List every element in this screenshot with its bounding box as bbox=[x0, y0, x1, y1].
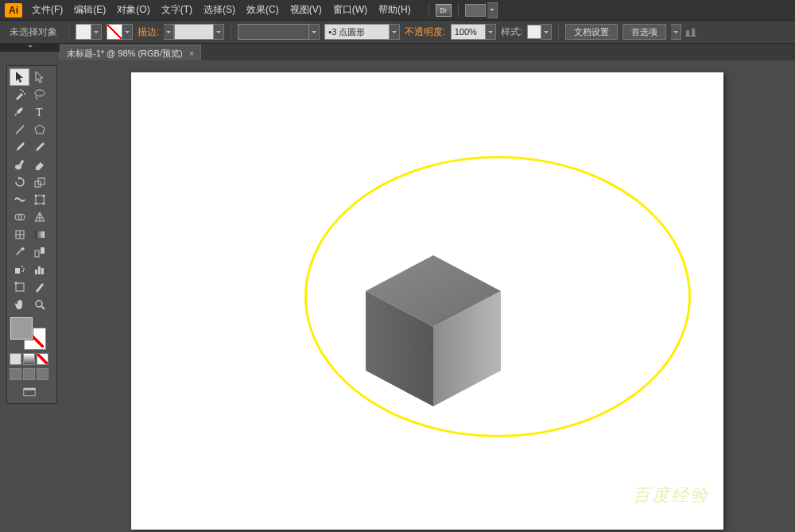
lasso-tool[interactable] bbox=[29, 86, 49, 103]
symbol-sprayer-tool[interactable] bbox=[10, 261, 29, 278]
draw-inside[interactable] bbox=[37, 368, 48, 380]
svg-rect-32 bbox=[38, 266, 41, 274]
stroke-weight-field[interactable] bbox=[174, 24, 214, 40]
svg-point-3 bbox=[22, 91, 24, 92]
variable-width-profile[interactable] bbox=[238, 24, 309, 40]
menu-window[interactable]: 窗口(W) bbox=[333, 3, 367, 17]
fill-swatch[interactable] bbox=[76, 24, 91, 40]
color-mode-gradient[interactable] bbox=[23, 353, 35, 365]
direct-selection-tool[interactable] bbox=[29, 68, 49, 86]
menu-file[interactable]: 文件(F) bbox=[32, 3, 63, 17]
fill-color-indicator[interactable] bbox=[10, 317, 33, 340]
preferences-button[interactable]: 首选项 bbox=[622, 24, 666, 40]
stroke-dropdown[interactable] bbox=[122, 24, 133, 40]
color-mode-none[interactable] bbox=[37, 353, 48, 365]
pencil-tool[interactable] bbox=[29, 138, 49, 156]
svg-line-38 bbox=[41, 306, 45, 309]
opacity-dropdown[interactable] bbox=[486, 24, 496, 40]
menu-help[interactable]: 帮助(H) bbox=[378, 3, 411, 17]
graphic-style-swatch[interactable] bbox=[527, 25, 541, 39]
close-tab-button[interactable]: × bbox=[189, 49, 194, 58]
perspective-grid-tool[interactable] bbox=[29, 208, 49, 226]
column-graph-tool[interactable] bbox=[29, 261, 49, 278]
selection-status: 未选择对象 bbox=[10, 25, 57, 39]
svg-point-28 bbox=[21, 266, 23, 267]
canvas-area[interactable]: 百度经验 bbox=[60, 60, 795, 532]
screen-mode-row bbox=[10, 368, 54, 380]
svg-rect-11 bbox=[19, 160, 24, 166]
screen-mode-button[interactable] bbox=[10, 383, 49, 401]
brush-dropdown[interactable] bbox=[390, 24, 400, 40]
arrange-documents-button[interactable] bbox=[465, 4, 486, 17]
blend-tool[interactable] bbox=[29, 243, 49, 261]
preferences-dropdown[interactable] bbox=[671, 24, 681, 40]
eraser-tool[interactable] bbox=[29, 156, 49, 173]
svg-rect-0 bbox=[686, 30, 689, 36]
slice-tool[interactable] bbox=[29, 278, 49, 296]
scale-tool[interactable] bbox=[29, 173, 49, 191]
width-tool[interactable] bbox=[10, 191, 29, 208]
menu-select[interactable]: 选择(S) bbox=[204, 3, 235, 17]
opacity-label: 不透明度: bbox=[405, 25, 445, 39]
svg-point-18 bbox=[42, 203, 45, 205]
color-mode-row bbox=[10, 353, 54, 365]
selection-tool[interactable] bbox=[10, 68, 29, 86]
svg-rect-31 bbox=[35, 270, 37, 274]
magic-wand-tool[interactable] bbox=[10, 86, 29, 103]
toolbox: T bbox=[6, 65, 57, 404]
brush-definition[interactable]: • 3 点圆形 bbox=[324, 24, 390, 40]
separator bbox=[231, 25, 231, 39]
cube-artwork bbox=[366, 255, 501, 406]
hand-tool[interactable] bbox=[10, 296, 29, 313]
fill-dropdown[interactable] bbox=[91, 24, 102, 40]
pen-tool[interactable] bbox=[10, 103, 29, 121]
fill-stroke-indicator[interactable] bbox=[10, 316, 49, 350]
style-label: 样式: bbox=[501, 25, 522, 39]
svg-line-8 bbox=[16, 126, 24, 134]
menu-effect[interactable]: 效果(C) bbox=[246, 3, 279, 17]
zoom-tool[interactable] bbox=[29, 296, 49, 313]
stroke-weight-dropdown[interactable] bbox=[214, 24, 224, 40]
variable-width-dropdown[interactable] bbox=[309, 24, 320, 40]
svg-text:T: T bbox=[36, 107, 43, 118]
paintbrush-tool[interactable] bbox=[10, 138, 29, 156]
draw-behind[interactable] bbox=[23, 368, 35, 380]
stroke-swatch[interactable] bbox=[107, 24, 122, 40]
menu-separator bbox=[458, 3, 459, 17]
document-tab[interactable]: 未标题-1* @ 98% (RGB/预览) × bbox=[60, 45, 201, 61]
menu-view[interactable]: 视图(V) bbox=[290, 3, 322, 17]
svg-point-4 bbox=[24, 93, 25, 95]
blob-brush-tool[interactable] bbox=[10, 156, 29, 173]
graphic-style-dropdown[interactable] bbox=[541, 24, 552, 40]
stroke-weight-decr[interactable] bbox=[164, 24, 174, 40]
artboard[interactable]: 百度经验 bbox=[131, 72, 723, 530]
color-mode-solid[interactable] bbox=[10, 353, 21, 365]
bridge-button[interactable]: Br bbox=[436, 4, 452, 17]
document-tabstrip: 未标题-1* @ 98% (RGB/预览) × bbox=[60, 44, 795, 62]
svg-rect-25 bbox=[35, 250, 39, 257]
menu-type[interactable]: 文字(T) bbox=[161, 3, 192, 17]
svg-rect-40 bbox=[24, 388, 35, 390]
type-tool[interactable]: T bbox=[29, 103, 49, 121]
svg-rect-33 bbox=[41, 268, 44, 274]
document-setup-button[interactable]: 文档设置 bbox=[565, 24, 618, 40]
gradient-tool[interactable] bbox=[29, 226, 49, 243]
arrange-documents-dropdown[interactable] bbox=[487, 2, 498, 18]
eyedropper-tool[interactable] bbox=[10, 243, 29, 261]
stroke-label: 描边: bbox=[138, 25, 159, 39]
shape-tool[interactable] bbox=[29, 121, 49, 138]
menu-edit[interactable]: 编辑(E) bbox=[74, 3, 106, 17]
draw-normal[interactable] bbox=[10, 368, 21, 380]
align-icon[interactable] bbox=[684, 26, 697, 37]
svg-point-5 bbox=[20, 89, 21, 91]
line-tool[interactable] bbox=[10, 121, 29, 138]
menu-object[interactable]: 对象(O) bbox=[117, 3, 149, 17]
artboard-tool[interactable] bbox=[10, 278, 29, 296]
app-logo: Ai bbox=[5, 3, 22, 17]
rotate-tool[interactable] bbox=[10, 173, 29, 191]
opacity-field[interactable]: 100% bbox=[451, 24, 486, 40]
shape-builder-tool[interactable] bbox=[10, 208, 29, 226]
mesh-tool[interactable] bbox=[10, 226, 29, 243]
tool-panel-collapse[interactable] bbox=[0, 43, 60, 52]
free-transform-tool[interactable] bbox=[29, 191, 49, 208]
